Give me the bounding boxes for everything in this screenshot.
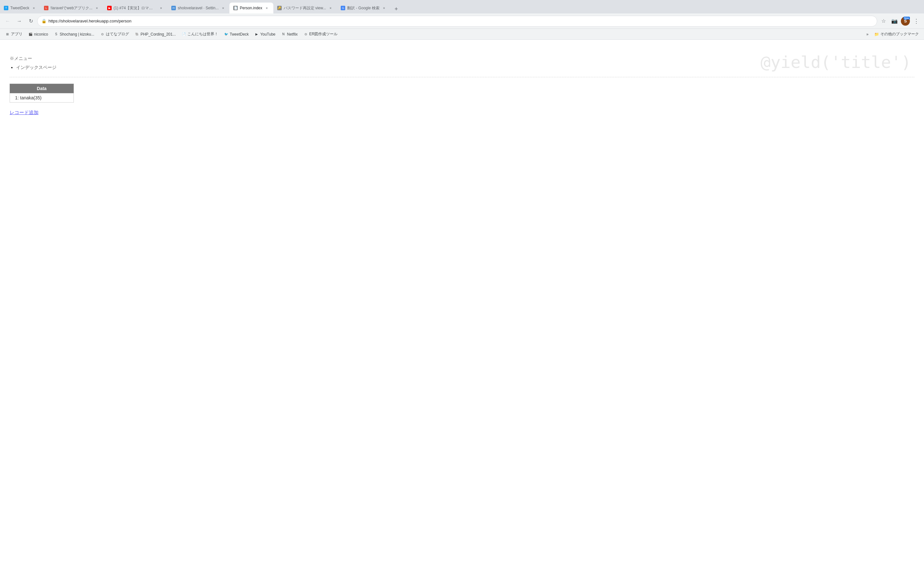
tab-youtube[interactable]: ▶(1) #74【実況】ロマンシ...×	[103, 3, 168, 13]
tab-bar: TTweetDeck×L!laravelでwebアプリク...×▶(1) #74…	[0, 0, 924, 13]
tab-laravel[interactable]: L!laravelでwebアプリク...×	[40, 3, 103, 13]
chrome-menu-button[interactable]: ⋮	[911, 16, 921, 26]
forward-button[interactable]: →	[14, 16, 24, 26]
tab-youtube-close[interactable]: ×	[158, 5, 164, 11]
bm-konnichiwa-favicon: 📄	[182, 32, 186, 37]
bm-shochang[interactable]: SShochang | kizoku...	[51, 31, 97, 38]
bm-niconico-favicon: 🎬	[28, 32, 33, 37]
bm-tweetdeck-label: TweetDeck	[230, 32, 249, 37]
tab-sholove-favicon: H	[171, 6, 176, 10]
bm-hatena-label: はてなブログ	[106, 31, 129, 37]
tab-laravel-close[interactable]: ×	[94, 5, 99, 11]
tab-tweetdeck-close[interactable]: ×	[31, 5, 36, 11]
tab-sholove-close[interactable]: ×	[220, 5, 226, 11]
tab-password[interactable]: 🔑パスワード再設定 view...×	[273, 3, 337, 13]
bm-php[interactable]: 🐘PHP_Cording_201...	[132, 31, 178, 38]
menu-item-インデックスページ[interactable]: インデックスページ	[16, 65, 57, 70]
bm-shochang-favicon: S	[54, 32, 58, 37]
bookmarks-bar: ⊞アプリ🎬niconicoSShochang | kizoku...⊙はてなブロ…	[0, 29, 924, 40]
new-badge: New	[903, 17, 910, 19]
profile-button[interactable]: S New	[900, 16, 911, 26]
toolbar-actions: ☆ 📷 S New ⋮	[879, 16, 921, 26]
bm-hatena[interactable]: ⊙はてなブログ	[97, 30, 132, 38]
menu-label: ※メニュー	[10, 56, 914, 61]
folder-label: その他のブックマーク	[880, 31, 919, 37]
tab-laravel-label: !laravelでwebアプリク...	[50, 5, 92, 11]
bm-apps[interactable]: ⊞アプリ	[3, 30, 25, 38]
tab-google[interactable]: G翻訳 - Google 検索×	[337, 3, 391, 13]
browser-chrome: TTweetDeck×L!laravelでwebアプリク...×▶(1) #74…	[0, 0, 924, 40]
menu-list: インデックスページ	[10, 65, 914, 71]
bm-netflix-favicon: N	[281, 32, 286, 37]
bm-konnichiwa-label: こんにちは世界！	[187, 31, 218, 37]
tab-person[interactable]: 📄Person.index×	[229, 3, 273, 13]
bm-apps-favicon: ⊞	[5, 32, 10, 37]
tab-password-favicon: 🔑	[277, 6, 282, 10]
bm-youtube-label: YouTube	[260, 32, 275, 37]
tab-person-favicon: 📄	[233, 6, 238, 10]
bm-netflix[interactable]: NNetflix	[278, 31, 300, 38]
bm-er-label: ER図作成ツール	[309, 31, 338, 37]
tab-person-close[interactable]: ×	[264, 5, 270, 11]
tab-youtube-favicon: ▶	[107, 6, 111, 10]
bm-er[interactable]: ⊙ER図作成ツール	[301, 30, 341, 38]
table-row: 1: tanaka(35)	[10, 93, 74, 103]
tab-tweetdeck-label: TweetDeck	[10, 6, 29, 10]
bm-niconico-label: niconico	[34, 32, 48, 37]
bm-tweetdeck-favicon: 🐦	[224, 32, 228, 37]
table-cell: 1: tanaka(35)	[10, 93, 74, 103]
new-tab-button[interactable]: +	[392, 5, 401, 13]
tab-password-label: パスワード再設定 view...	[284, 5, 326, 11]
bm-youtube[interactable]: ▶YouTube	[252, 31, 278, 38]
tab-password-close[interactable]: ×	[328, 5, 333, 11]
toolbar: ← → ↻ 🔒 https://sholovelaravel.herokuapp…	[0, 13, 924, 29]
bookmark-star-button[interactable]: ☆	[879, 16, 889, 26]
bm-er-favicon: ⊙	[304, 32, 308, 37]
tab-google-close[interactable]: ×	[381, 5, 387, 11]
menu-section: ※メニュー インデックスページ	[10, 56, 914, 71]
bm-youtube-favicon: ▶	[254, 32, 259, 37]
tab-tweetdeck[interactable]: TTweetDeck×	[0, 3, 40, 13]
tab-sholove[interactable]: Hsholovelaravel · Settin...×	[168, 3, 229, 13]
tab-person-label: Person.index	[240, 6, 262, 10]
bm-niconico[interactable]: 🎬niconico	[26, 31, 51, 38]
page-content: @yield('title') ※メニュー インデックスページ Data 1: …	[0, 40, 924, 577]
folder-icon: 📁	[874, 32, 879, 37]
tab-tweetdeck-favicon: T	[4, 6, 8, 10]
bm-netflix-label: Netflix	[287, 32, 297, 37]
url-text: https://sholovelaravel.herokuapp.com/per…	[48, 19, 873, 23]
lock-icon: 🔒	[41, 19, 47, 23]
tab-youtube-label: (1) #74【実況】ロマンシ...	[113, 5, 157, 11]
reload-button[interactable]: ↻	[26, 16, 36, 26]
bm-hatena-favicon: ⊙	[100, 32, 105, 37]
screenshot-button[interactable]: 📷	[889, 16, 900, 26]
bm-tweetdeck[interactable]: 🐦TweetDeck	[221, 31, 251, 38]
bm-php-label: PHP_Cording_201...	[141, 32, 176, 37]
bookmarks-folder[interactable]: 📁その他のブックマーク	[872, 30, 921, 38]
add-record-link[interactable]: レコード追加	[10, 110, 39, 116]
table-header: Data	[10, 84, 74, 93]
tab-google-favicon: G	[341, 6, 345, 10]
bm-apps-label: アプリ	[11, 31, 23, 37]
bm-php-favicon: 🐘	[135, 32, 139, 37]
bookmarks-more-button[interactable]: »	[864, 31, 871, 38]
address-bar[interactable]: 🔒 https://sholovelaravel.herokuapp.com/p…	[37, 16, 877, 27]
bm-konnichiwa[interactable]: 📄こんにちは世界！	[179, 30, 221, 38]
data-table: Data 1: tanaka(35)	[10, 84, 74, 103]
tab-google-label: 翻訳 - Google 検索	[347, 5, 380, 11]
tab-sholove-label: sholovelaravel · Settin...	[178, 6, 218, 10]
back-button[interactable]: ←	[3, 16, 13, 26]
bm-shochang-label: Shochang | kizoku...	[60, 32, 94, 37]
tab-laravel-favicon: L	[44, 6, 48, 10]
